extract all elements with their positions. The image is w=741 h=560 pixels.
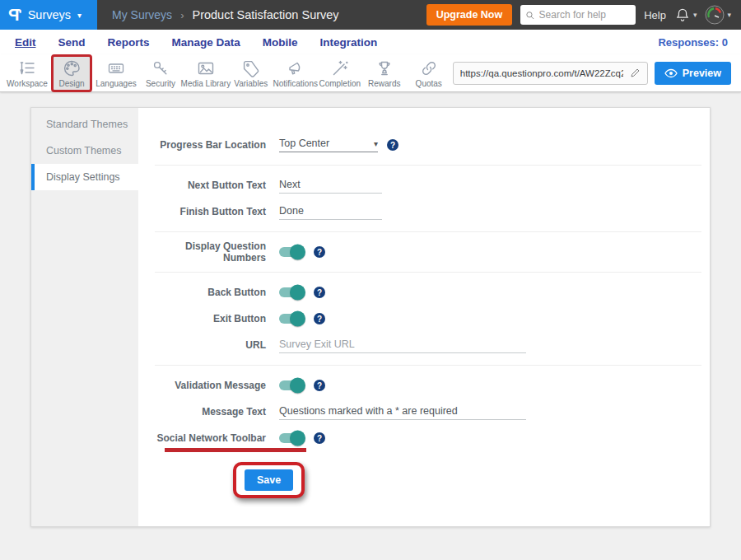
security-key-icon — [151, 58, 170, 78]
help-link[interactable]: Help — [644, 9, 666, 21]
toolbar-item-workspace[interactable]: Workspace — [7, 54, 48, 92]
survey-url-field[interactable]: https://qa.questionpro.com/t/AW22Zcq2J — [453, 62, 648, 85]
themes-sidebar: Standard Themes Custom Themes Display Se… — [31, 108, 138, 526]
help-icon[interactable]: ? — [387, 139, 398, 151]
preview-label: Preview — [683, 68, 721, 79]
toolbar-item-media-library[interactable]: Media Library — [184, 54, 227, 92]
toggle-knob — [290, 378, 305, 394]
back-button-row: Back Button ? — [155, 280, 710, 305]
help-icon[interactable]: ? — [314, 246, 325, 258]
toolbar-label: Design — [58, 79, 84, 88]
divider — [155, 272, 701, 273]
select-value: Top Center — [279, 138, 329, 149]
message-text-input[interactable] — [279, 404, 526, 420]
next-button-text-row: Next Button Text — [155, 173, 710, 198]
exit-button-toggle[interactable] — [279, 314, 305, 324]
upgrade-now-button[interactable]: Upgrade Now — [426, 4, 513, 26]
divider — [155, 165, 701, 166]
edit-pencil-icon[interactable] — [630, 68, 641, 78]
notifications-megaphone-icon — [286, 58, 305, 78]
toggle-knob — [290, 285, 305, 301]
social-network-toolbar-toggle[interactable] — [279, 433, 305, 443]
toolbar-item-design[interactable]: Design — [51, 54, 92, 92]
progress-bar-location-select[interactable]: Top Center ▾ — [279, 138, 378, 152]
message-text-row: Message Text — [155, 399, 710, 424]
nav-tab-reports[interactable]: Reports — [108, 36, 150, 49]
toolbar-label: Notifications — [273, 79, 318, 88]
edit-toolbar: Workspace Design Languages Security — [0, 54, 741, 92]
display-question-numbers-row: Display Question Numbers ? — [155, 240, 710, 264]
breadcrumb: My Surveys › Product Satisfaction Survey — [97, 0, 339, 30]
eye-icon — [664, 68, 678, 78]
toolbar-label: Security — [146, 79, 175, 88]
validation-message-row: Validation Message ? — [155, 373, 710, 398]
validation-message-toggle[interactable] — [279, 380, 305, 390]
help-icon[interactable]: ? — [314, 287, 325, 298]
save-button[interactable]: Save — [245, 469, 293, 491]
help-search-box[interactable] — [520, 5, 636, 25]
toolbar-label: Rewards — [368, 79, 400, 88]
responses-count[interactable]: Responses: 0 — [658, 36, 728, 49]
toolbar-right: https://qa.questionpro.com/t/AW22Zcq2J P… — [453, 62, 731, 85]
nav-tab-manage-data[interactable]: Manage Data — [172, 36, 240, 49]
help-icon[interactable]: ? — [314, 380, 325, 391]
header-actions: Upgrade Now Help ▾ ▾ — [426, 0, 741, 30]
nav-tab-edit[interactable]: Edit — [15, 36, 36, 49]
nav-tab-send[interactable]: Send — [58, 36, 86, 49]
display-question-numbers-label: Display Question Numbers — [155, 240, 266, 264]
toolbar-item-security[interactable]: Security — [140, 54, 181, 92]
toolbar-item-completion[interactable]: Completion — [319, 54, 361, 92]
toolbar-item-quotas[interactable]: Quotas — [408, 54, 450, 92]
chevron-down-icon: ▾ — [77, 11, 82, 20]
exit-button-label: Exit Button — [155, 313, 266, 324]
exit-url-input[interactable] — [279, 337, 526, 353]
avatar — [705, 5, 725, 25]
preview-button[interactable]: Preview — [655, 62, 731, 85]
toggle-knob — [290, 245, 305, 260]
exit-button-row: Exit Button ? — [155, 306, 710, 331]
product-switcher[interactable]: Ƥ Surveys ▾ — [0, 0, 97, 30]
sidebar-item-custom-themes[interactable]: Custom Themes — [31, 138, 138, 164]
toolbar-label: Media Library — [181, 79, 231, 88]
bell-icon — [674, 7, 691, 23]
search-input[interactable] — [539, 9, 631, 21]
survey-nav: Edit Send Reports Manage Data Mobile Int… — [0, 30, 741, 54]
media-library-image-icon — [196, 58, 216, 78]
toolbar-label: Languages — [96, 79, 137, 88]
help-icon[interactable]: ? — [314, 432, 325, 444]
nav-tab-integration[interactable]: Integration — [320, 36, 378, 49]
page-title: Product Satisfaction Survey — [192, 8, 338, 21]
chevron-down-icon: ▾ — [693, 11, 697, 19]
toolbar-item-languages[interactable]: Languages — [96, 54, 137, 92]
help-icon[interactable]: ? — [314, 313, 325, 324]
toolbar-label: Workspace — [7, 79, 48, 88]
finish-button-text-label: Finish Button Text — [155, 206, 266, 217]
nav-tab-mobile[interactable]: Mobile — [263, 36, 298, 49]
divider — [155, 365, 701, 366]
content-area: Standard Themes Custom Themes Display Se… — [0, 92, 741, 527]
notifications-menu[interactable]: ▾ — [674, 7, 697, 23]
save-area: Save — [233, 462, 710, 498]
top-header: Ƥ Surveys ▾ My Surveys › Product Satisfa… — [0, 0, 741, 30]
account-menu[interactable]: ▾ — [705, 5, 731, 25]
display-settings-form: Progress Bar Location Top Center ▾ ? Nex… — [138, 108, 710, 526]
display-question-numbers-toggle[interactable] — [279, 247, 305, 257]
product-menu-label: Surveys — [28, 8, 71, 21]
finish-button-text-input[interactable] — [279, 203, 382, 220]
rewards-trophy-icon — [375, 58, 394, 78]
divider — [155, 231, 701, 232]
validation-message-label: Validation Message — [155, 380, 266, 391]
toggle-knob — [290, 431, 305, 446]
toolbar-item-rewards[interactable]: Rewards — [364, 54, 405, 92]
breadcrumb-parent[interactable]: My Surveys — [112, 8, 172, 21]
red-highlight-box: Save — [233, 462, 305, 498]
sidebar-item-standard-themes[interactable]: Standard Themes — [31, 111, 138, 138]
exit-url-label: URL — [155, 339, 266, 351]
languages-keyboard-icon — [106, 58, 126, 78]
toolbar-item-notifications[interactable]: Notifications — [275, 54, 316, 92]
next-button-text-input[interactable] — [279, 177, 382, 194]
back-button-toggle[interactable] — [279, 287, 305, 297]
toolbar-item-variables[interactable]: Variables — [231, 54, 272, 92]
sidebar-item-display-settings[interactable]: Display Settings — [31, 164, 138, 190]
completion-wand-icon — [330, 58, 350, 78]
